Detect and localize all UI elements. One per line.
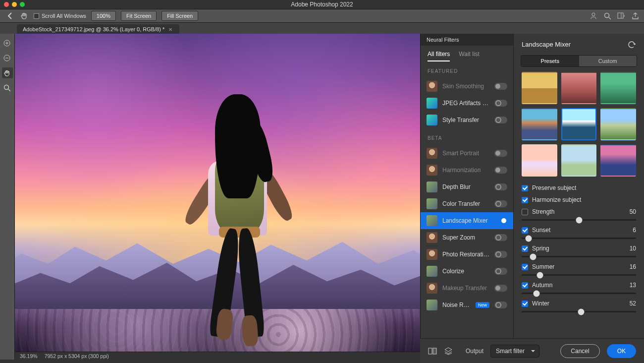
preset-thumb-1[interactable] <box>522 72 557 104</box>
zoom-100-button[interactable]: 100% <box>91 11 116 21</box>
slider-checkbox[interactable] <box>522 245 528 252</box>
filter-name: Noise Reduct... <box>442 302 471 308</box>
filter-row-noise-reduct-[interactable]: Noise Reduct...New <box>421 297 513 313</box>
tab-presets[interactable]: Presets <box>521 56 579 66</box>
slider-track[interactable] <box>522 238 636 239</box>
svg-rect-2 <box>618 13 623 18</box>
minimize-window-icon[interactable] <box>12 2 17 7</box>
document-canvas[interactable] <box>15 34 420 352</box>
preset-thumb-9[interactable] <box>600 144 636 177</box>
filter-name: Harmonization <box>442 167 489 174</box>
close-tab-icon[interactable]: ✕ <box>168 27 172 32</box>
filter-toggle[interactable] <box>494 150 507 157</box>
slider-knob[interactable] <box>537 272 543 278</box>
slider-knob[interactable] <box>534 290 540 297</box>
filter-toggle[interactable] <box>494 251 507 258</box>
svg-point-5 <box>4 85 9 89</box>
filter-toggle[interactable] <box>494 83 507 90</box>
maximize-window-icon[interactable] <box>20 2 25 7</box>
document-tab[interactable]: AdobeStock_217349712.jpeg @ 36.2% (Layer… <box>17 24 179 34</box>
filter-toggle[interactable] <box>494 234 507 241</box>
filter-toggle[interactable] <box>494 285 507 292</box>
filter-row-landscape-mixer[interactable]: Landscape Mixer <box>421 212 513 229</box>
preset-thumb-2[interactable] <box>561 72 597 104</box>
filter-toggle[interactable] <box>494 183 507 190</box>
filter-row-depth-blur[interactable]: Depth Blur <box>421 179 513 195</box>
filter-row-makeup-transfer[interactable]: Makeup Transfer <box>421 280 513 297</box>
slider-checkbox[interactable] <box>522 301 528 307</box>
slider-track[interactable] <box>522 219 636 221</box>
filter-toggle[interactable] <box>494 302 507 308</box>
cancel-button[interactable]: Cancel <box>560 344 599 358</box>
filter-row-skin-smoothing[interactable]: Skin Smoothing <box>421 78 513 95</box>
fill-screen-button[interactable]: Fill Screen <box>161 11 198 21</box>
doc-dimensions: 7952 px x 5304 px (300 ppi) <box>45 353 109 359</box>
filter-row-photo-restoration[interactable]: Photo Restoration <box>421 246 513 263</box>
filter-toggle[interactable] <box>494 100 507 107</box>
zoom-readout[interactable]: 36.19% <box>20 353 38 359</box>
slider-knob[interactable] <box>525 235 532 242</box>
slider-label: Sunset <box>532 227 550 234</box>
filter-row-super-zoom[interactable]: Super Zoom <box>421 229 513 246</box>
filter-row-jpeg-artifacts-rem-[interactable]: JPEG Artifacts Rem... <box>421 95 513 112</box>
filter-thumb-icon <box>427 148 437 159</box>
filter-name: Depth Blur <box>442 183 489 190</box>
filter-row-smart-portrait[interactable]: Smart Portrait <box>421 145 513 162</box>
filter-toggle[interactable] <box>494 117 507 123</box>
share-icon[interactable] <box>631 12 639 20</box>
tab-all-filters[interactable]: All filters <box>428 51 450 61</box>
slider-checkbox[interactable] <box>522 282 528 289</box>
preserve-subject-checkbox[interactable]: Preserve subject <box>522 184 636 191</box>
zoom-in-icon[interactable] <box>2 38 13 49</box>
slider-checkbox[interactable] <box>522 227 528 234</box>
workspace-switcher-icon[interactable] <box>617 12 625 20</box>
filter-toggle[interactable] <box>494 200 507 207</box>
filter-thumb-icon <box>427 198 437 209</box>
slider-track[interactable] <box>522 293 636 294</box>
new-badge: New <box>476 302 489 308</box>
tab-wait-list[interactable]: Wait list <box>459 51 480 61</box>
preset-grid <box>514 72 644 182</box>
filter-toggle[interactable] <box>494 217 507 224</box>
slider-knob[interactable] <box>530 253 537 260</box>
preset-thumb-4[interactable] <box>522 108 557 140</box>
preset-thumb-5[interactable] <box>561 108 597 140</box>
zoom-tool-icon[interactable] <box>2 82 13 93</box>
layers-icon[interactable] <box>444 347 453 356</box>
filter-toggle[interactable] <box>494 167 507 174</box>
hand-tool-side-icon[interactable] <box>2 67 13 78</box>
slider-track[interactable] <box>522 311 636 312</box>
svg-rect-7 <box>433 348 436 354</box>
slider-knob[interactable] <box>578 308 585 315</box>
hand-tool-icon[interactable] <box>20 11 29 20</box>
before-after-icon[interactable] <box>428 347 437 356</box>
ok-button[interactable]: OK <box>607 344 636 358</box>
scroll-all-windows-checkbox[interactable]: Scroll All Windows <box>34 13 86 19</box>
slider-knob[interactable] <box>576 217 582 223</box>
preset-thumb-7[interactable] <box>522 144 557 177</box>
reset-icon[interactable] <box>627 41 636 48</box>
search-icon[interactable] <box>603 12 611 20</box>
slider-checkbox[interactable] <box>522 209 528 215</box>
fit-screen-button[interactable]: Fit Screen <box>121 11 157 21</box>
tab-custom[interactable]: Custom <box>579 56 637 66</box>
filter-row-harmonization[interactable]: Harmonization <box>421 162 513 179</box>
zoom-out-icon[interactable] <box>2 53 13 63</box>
filter-row-style-transfer[interactable]: Style Transfer <box>421 112 513 128</box>
output-select[interactable]: Smart filter <box>490 345 539 358</box>
slider-track[interactable] <box>522 256 636 257</box>
slider-checkbox[interactable] <box>522 264 528 270</box>
back-button[interactable] <box>5 11 15 21</box>
preset-thumb-3[interactable] <box>600 72 636 104</box>
landscape-mixer-column: Landscape Mixer Presets Custom <box>514 34 644 360</box>
preset-thumb-6[interactable] <box>600 108 636 140</box>
harmonize-subject-checkbox[interactable]: Harmonize subject <box>522 196 636 203</box>
checkbox-icon <box>522 197 528 203</box>
preset-thumb-8[interactable] <box>561 144 597 177</box>
filter-row-color-transfer[interactable]: Color Transfer <box>421 195 513 212</box>
close-window-icon[interactable] <box>4 2 9 7</box>
cloud-account-icon[interactable] <box>590 12 597 20</box>
filter-row-colorize[interactable]: Colorize <box>421 263 513 280</box>
slider-track[interactable] <box>522 274 636 276</box>
filter-toggle[interactable] <box>494 268 507 275</box>
